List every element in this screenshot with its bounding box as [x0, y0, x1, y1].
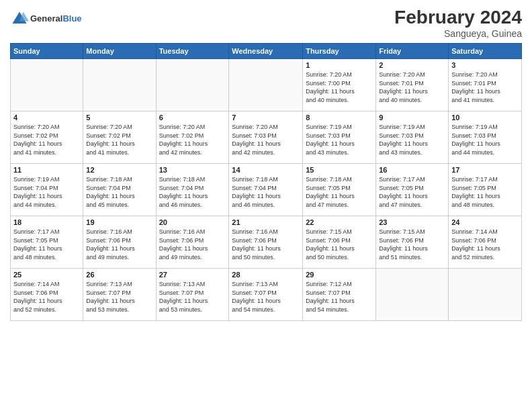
calendar-cell: 13Sunrise: 7:18 AM Sunset: 7:04 PM Dayli… — [156, 164, 229, 216]
day-number: 24 — [451, 218, 519, 226]
calendar-cell: 4Sunrise: 7:20 AM Sunset: 7:02 PM Daylig… — [11, 111, 83, 164]
day-info: Sunrise: 7:18 AM Sunset: 7:04 PM Dayligh… — [86, 175, 152, 209]
calendar-cell: 1Sunrise: 7:20 AM Sunset: 7:00 PM Daylig… — [303, 59, 376, 111]
day-info: Sunrise: 7:17 AM Sunset: 7:05 PM Dayligh… — [13, 228, 80, 261]
calendar-cell: 2Sunrise: 7:20 AM Sunset: 7:01 PM Daylig… — [376, 59, 449, 111]
day-info: Sunrise: 7:19 AM Sunset: 7:03 PM Dayligh… — [379, 123, 445, 156]
calendar-cell: 19Sunrise: 7:16 AM Sunset: 7:06 PM Dayli… — [83, 216, 156, 269]
calendar-cell: 18Sunrise: 7:17 AM Sunset: 7:05 PM Dayli… — [11, 216, 83, 269]
day-info: Sunrise: 7:20 AM Sunset: 7:02 PM Dayligh… — [159, 123, 226, 156]
calendar-cell: 28Sunrise: 7:13 AM Sunset: 7:07 PM Dayli… — [229, 269, 303, 321]
main-title: February 2024 — [394, 7, 522, 28]
day-number: 28 — [232, 271, 300, 279]
calendar-cell — [83, 59, 156, 111]
day-info: Sunrise: 7:20 AM Sunset: 7:02 PM Dayligh… — [13, 123, 80, 156]
day-info: Sunrise: 7:14 AM Sunset: 7:06 PM Dayligh… — [13, 280, 80, 314]
day-number: 9 — [379, 113, 445, 122]
day-number: 11 — [13, 166, 80, 174]
day-number: 10 — [451, 113, 519, 122]
calendar: Sunday Monday Tuesday Wednesday Thursday… — [10, 43, 522, 321]
day-number: 21 — [232, 218, 300, 226]
day-number: 15 — [306, 166, 373, 174]
day-number: 1 — [306, 61, 373, 69]
day-number: 3 — [451, 61, 519, 69]
calendar-cell: 10Sunrise: 7:19 AM Sunset: 7:03 PM Dayli… — [449, 111, 522, 164]
day-number: 22 — [306, 218, 373, 226]
logo-general: General — [30, 13, 62, 24]
day-info: Sunrise: 7:16 AM Sunset: 7:06 PM Dayligh… — [232, 228, 300, 261]
calendar-cell: 5Sunrise: 7:20 AM Sunset: 7:02 PM Daylig… — [83, 111, 156, 164]
calendar-cell: 3Sunrise: 7:20 AM Sunset: 7:01 PM Daylig… — [449, 59, 522, 111]
day-info: Sunrise: 7:17 AM Sunset: 7:05 PM Dayligh… — [379, 175, 445, 209]
day-info: Sunrise: 7:18 AM Sunset: 7:04 PM Dayligh… — [159, 175, 226, 209]
page: GeneralBlue February 2024 Sangueya, Guin… — [0, 0, 532, 411]
day-info: Sunrise: 7:18 AM Sunset: 7:04 PM Dayligh… — [232, 175, 300, 209]
calendar-cell: 24Sunrise: 7:14 AM Sunset: 7:06 PM Dayli… — [449, 216, 522, 269]
day-number: 23 — [379, 218, 445, 226]
calendar-cell — [229, 59, 303, 111]
day-info: Sunrise: 7:18 AM Sunset: 7:05 PM Dayligh… — [306, 175, 373, 209]
calendar-cell: 27Sunrise: 7:13 AM Sunset: 7:07 PM Dayli… — [156, 269, 229, 321]
col-friday: Friday — [376, 44, 449, 59]
calendar-cell: 8Sunrise: 7:19 AM Sunset: 7:03 PM Daylig… — [303, 111, 376, 164]
calendar-week-3: 11Sunrise: 7:19 AM Sunset: 7:04 PM Dayli… — [11, 164, 522, 216]
day-number: 29 — [306, 271, 373, 279]
title-area: February 2024 Sangueya, Guinea — [394, 7, 522, 39]
day-info: Sunrise: 7:20 AM Sunset: 7:01 PM Dayligh… — [451, 71, 519, 104]
calendar-cell: 25Sunrise: 7:14 AM Sunset: 7:06 PM Dayli… — [11, 269, 83, 321]
col-wednesday: Wednesday — [229, 44, 303, 59]
day-number: 4 — [13, 113, 80, 122]
header: GeneralBlue February 2024 Sangueya, Guin… — [10, 7, 522, 39]
calendar-cell: 6Sunrise: 7:20 AM Sunset: 7:02 PM Daylig… — [156, 111, 229, 164]
day-number: 13 — [159, 166, 226, 174]
col-tuesday: Tuesday — [156, 44, 229, 59]
day-info: Sunrise: 7:20 AM Sunset: 7:00 PM Dayligh… — [306, 71, 373, 104]
day-info: Sunrise: 7:17 AM Sunset: 7:05 PM Dayligh… — [451, 175, 519, 209]
day-info: Sunrise: 7:19 AM Sunset: 7:03 PM Dayligh… — [451, 123, 519, 156]
day-number: 8 — [306, 113, 373, 122]
calendar-cell: 15Sunrise: 7:18 AM Sunset: 7:05 PM Dayli… — [303, 164, 376, 216]
col-saturday: Saturday — [449, 44, 522, 59]
calendar-cell: 23Sunrise: 7:15 AM Sunset: 7:06 PM Dayli… — [376, 216, 449, 269]
calendar-cell: 17Sunrise: 7:17 AM Sunset: 7:05 PM Dayli… — [449, 164, 522, 216]
day-info: Sunrise: 7:15 AM Sunset: 7:06 PM Dayligh… — [306, 228, 373, 261]
day-info: Sunrise: 7:15 AM Sunset: 7:06 PM Dayligh… — [379, 228, 445, 261]
col-sunday: Sunday — [11, 44, 83, 59]
day-info: Sunrise: 7:16 AM Sunset: 7:06 PM Dayligh… — [86, 228, 152, 261]
day-number: 2 — [379, 61, 445, 69]
calendar-cell: 14Sunrise: 7:18 AM Sunset: 7:04 PM Dayli… — [229, 164, 303, 216]
day-info: Sunrise: 7:16 AM Sunset: 7:06 PM Dayligh… — [159, 228, 226, 261]
day-number: 7 — [232, 113, 300, 122]
day-info: Sunrise: 7:13 AM Sunset: 7:07 PM Dayligh… — [86, 280, 152, 314]
col-monday: Monday — [83, 44, 156, 59]
day-info: Sunrise: 7:20 AM Sunset: 7:02 PM Dayligh… — [86, 123, 152, 156]
calendar-cell — [449, 269, 522, 321]
day-number: 6 — [159, 113, 226, 122]
day-info: Sunrise: 7:19 AM Sunset: 7:03 PM Dayligh… — [306, 123, 373, 156]
col-thursday: Thursday — [303, 44, 376, 59]
calendar-cell — [11, 59, 83, 111]
day-number: 19 — [86, 218, 152, 226]
logo: GeneralBlue — [10, 9, 82, 28]
day-number: 12 — [86, 166, 152, 174]
day-number: 26 — [86, 271, 152, 279]
day-number: 18 — [13, 218, 80, 226]
day-number: 20 — [159, 218, 226, 226]
day-info: Sunrise: 7:12 AM Sunset: 7:07 PM Dayligh… — [306, 280, 373, 314]
day-info: Sunrise: 7:20 AM Sunset: 7:01 PM Dayligh… — [379, 71, 445, 104]
logo-icon — [10, 9, 29, 28]
subtitle: Sangueya, Guinea — [394, 28, 522, 39]
day-number: 16 — [379, 166, 445, 174]
calendar-cell: 7Sunrise: 7:20 AM Sunset: 7:03 PM Daylig… — [229, 111, 303, 164]
calendar-week-2: 4Sunrise: 7:20 AM Sunset: 7:02 PM Daylig… — [11, 111, 522, 164]
day-number: 14 — [232, 166, 300, 174]
calendar-cell: 21Sunrise: 7:16 AM Sunset: 7:06 PM Dayli… — [229, 216, 303, 269]
calendar-cell: 9Sunrise: 7:19 AM Sunset: 7:03 PM Daylig… — [376, 111, 449, 164]
day-info: Sunrise: 7:13 AM Sunset: 7:07 PM Dayligh… — [232, 280, 300, 314]
calendar-cell: 12Sunrise: 7:18 AM Sunset: 7:04 PM Dayli… — [83, 164, 156, 216]
calendar-cell: 22Sunrise: 7:15 AM Sunset: 7:06 PM Dayli… — [303, 216, 376, 269]
day-number: 25 — [13, 271, 80, 279]
calendar-cell: 16Sunrise: 7:17 AM Sunset: 7:05 PM Dayli… — [376, 164, 449, 216]
day-number: 17 — [451, 166, 519, 174]
calendar-week-1: 1Sunrise: 7:20 AM Sunset: 7:00 PM Daylig… — [11, 59, 522, 111]
